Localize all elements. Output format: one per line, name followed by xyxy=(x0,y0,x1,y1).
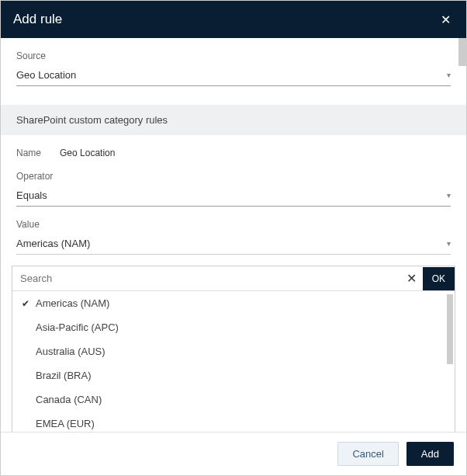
option-item[interactable]: ✔Americas (NAM) xyxy=(12,291,455,315)
check-icon: ✔ xyxy=(22,298,36,309)
name-label: Name xyxy=(16,148,41,158)
options-scrollbar[interactable] xyxy=(447,294,453,364)
value-selected: Americas (NAM) xyxy=(16,238,90,249)
add-button[interactable]: Add xyxy=(406,442,454,466)
close-icon: ✕ xyxy=(441,13,451,26)
value-label: Value xyxy=(16,219,451,230)
name-value: Geo Location xyxy=(60,148,115,158)
source-label: Source xyxy=(16,50,451,61)
source-field: Source Geo Location ▾ xyxy=(16,50,451,86)
operator-select[interactable]: Equals ▾ xyxy=(16,186,451,207)
option-label: Brazil (BRA) xyxy=(36,370,92,381)
operator-label: Operator xyxy=(16,171,451,182)
option-item[interactable]: EMEA (EUR) xyxy=(12,412,455,432)
source-select[interactable]: Geo Location ▾ xyxy=(16,66,451,86)
operator-value: Equals xyxy=(16,189,47,201)
body-scrollbar[interactable] xyxy=(458,38,466,66)
option-item[interactable]: Asia-Pacific (APC) xyxy=(12,315,455,339)
chevron-down-icon: ▾ xyxy=(447,239,451,248)
dialog-body: Source Geo Location ▾ SharePoint custom … xyxy=(1,38,466,432)
rule-section: Name Geo Location Operator Equals ▾ Valu… xyxy=(1,135,466,266)
option-item[interactable]: Brazil (BRA) xyxy=(12,363,455,387)
option-label: EMEA (EUR) xyxy=(36,418,95,429)
dialog-title: Add rule xyxy=(13,12,62,27)
option-item[interactable]: Canada (CAN) xyxy=(12,387,455,412)
option-label: Americas (NAM) xyxy=(36,297,109,309)
value-field: Value Americas (NAM) ▾ xyxy=(16,219,451,255)
dialog-footer: Cancel Add xyxy=(1,432,466,475)
options-list[interactable]: ✔Americas (NAM)Asia-Pacific (APC)Austral… xyxy=(12,291,455,432)
ok-button[interactable]: OK xyxy=(423,267,455,290)
options-wrap: ✔Americas (NAM)Asia-Pacific (APC)Austral… xyxy=(12,291,455,432)
search-input[interactable] xyxy=(12,266,400,290)
cancel-button[interactable]: Cancel xyxy=(337,442,398,466)
close-icon: ✕ xyxy=(406,272,417,285)
banner-text: SharePoint custom category rules xyxy=(16,114,168,126)
clear-search-button[interactable]: ✕ xyxy=(400,271,423,286)
value-dropdown-panel: ✕ OK ✔Americas (NAM)Asia-Pacific (APC)Au… xyxy=(12,266,455,432)
value-select[interactable]: Americas (NAM) ▾ xyxy=(16,235,451,255)
chevron-down-icon: ▾ xyxy=(447,191,451,200)
operator-field: Operator Equals ▾ xyxy=(16,171,451,207)
add-rule-dialog: Add rule ✕ Source Geo Location ▾ SharePo… xyxy=(0,0,467,476)
close-button[interactable]: ✕ xyxy=(438,12,454,27)
option-label: Canada (CAN) xyxy=(36,394,102,405)
name-row: Name Geo Location xyxy=(16,148,451,158)
dialog-header: Add rule ✕ xyxy=(1,1,466,38)
search-bar: ✕ OK xyxy=(12,266,455,291)
option-label: Australia (AUS) xyxy=(36,346,106,357)
source-value: Geo Location xyxy=(16,69,76,81)
source-section: Source Geo Location ▾ xyxy=(1,38,466,105)
option-label: Asia-Pacific (APC) xyxy=(36,321,119,333)
chevron-down-icon: ▾ xyxy=(447,71,451,79)
category-banner: SharePoint custom category rules xyxy=(1,105,466,135)
option-item[interactable]: Australia (AUS) xyxy=(12,339,455,363)
